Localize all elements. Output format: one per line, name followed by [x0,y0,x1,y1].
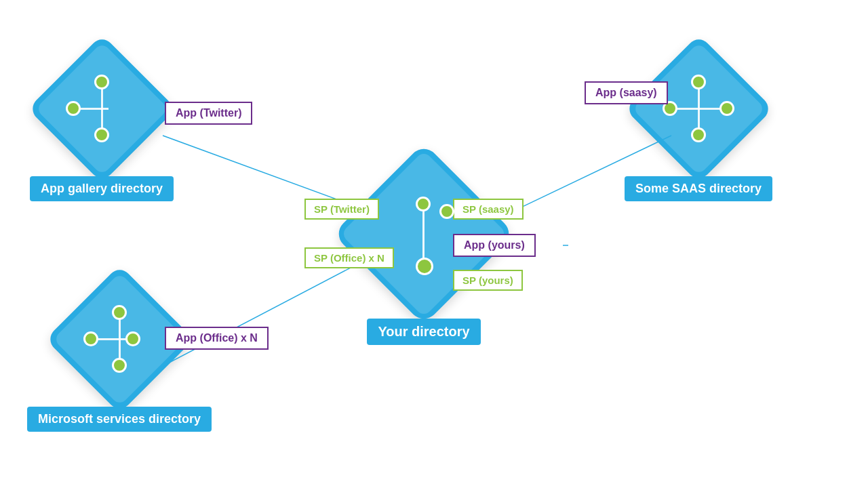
node-bottom [94,127,109,142]
node-bottom [416,258,433,275]
line-v [422,204,425,265]
sp-office-label: SP (Office) x N [304,247,394,268]
app-gallery-directory: App gallery directory [27,34,176,201]
center-node [439,204,454,219]
node-left [66,101,81,116]
node-top [691,75,706,89]
your-label: Your directory [367,319,480,345]
app-office-label: App (Office) x N [165,327,269,350]
saas-directory: Some SAAS directory [624,34,773,201]
sp-twitter-label: SP (Twitter) [304,199,379,220]
node-bottom [691,127,706,142]
sp-yours-label: SP (yours) [453,270,523,291]
app-saasy-label: App (saasy) [585,81,668,104]
your-graph [383,193,465,274]
line-h [670,108,727,110]
app-twitter-label: App (Twitter) [165,102,252,125]
saas-diamond [624,34,773,183]
sp-saasy-label: SP (saasy) [453,199,524,220]
node-top [112,305,127,320]
saas-label: Some SAAS directory [625,176,772,201]
app-gallery-graph [64,71,139,146]
app-gallery-diamond [27,34,176,183]
node-left [83,331,98,346]
app-gallery-label: App gallery directory [30,176,174,201]
saas-graph [661,71,736,146]
microsoft-graph [82,302,157,376]
app-yours-label: App (yours) [453,234,536,257]
node-bottom [112,358,127,373]
node-top [94,75,109,89]
node-right [719,101,734,116]
microsoft-label: Microsoft services directory [27,407,212,432]
node-right [125,331,140,346]
node-top [416,197,431,211]
